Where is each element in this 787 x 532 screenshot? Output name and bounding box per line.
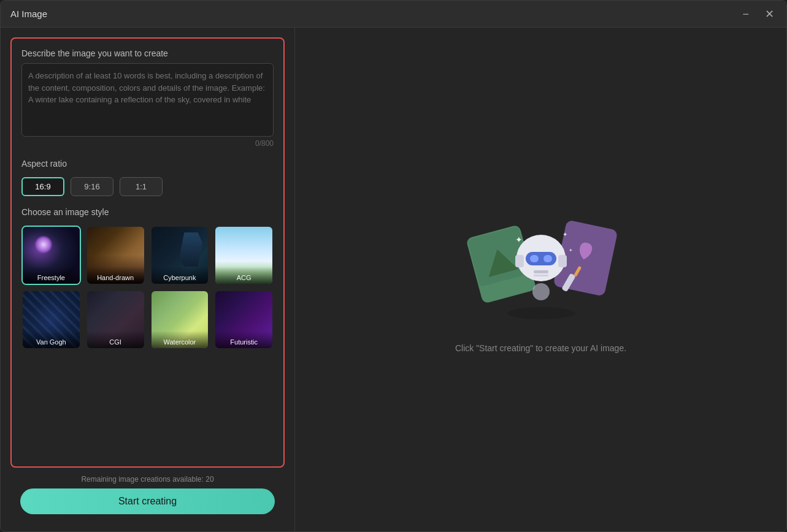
style-item-freestyle[interactable]: Freestyle	[21, 226, 81, 285]
titlebar: AI Image − ✕	[1, 1, 786, 28]
style-label: Choose an image style	[21, 207, 274, 217]
svg-point-12	[532, 283, 550, 300]
style-label-handdrawn: Hand-drawn	[87, 267, 144, 284]
window-title: AI Image	[10, 9, 47, 19]
style-label-vangogh: Van Gogh	[23, 331, 80, 348]
style-item-futuristic[interactable]: Futuristic	[214, 290, 274, 349]
aspect-btn-1-1[interactable]: 1:1	[120, 177, 163, 196]
describe-label: Describe the image you want to create	[21, 48, 274, 58]
style-grid: Freestyle Hand-drawn Cyberpunk ACG	[21, 226, 274, 349]
window: AI Image − ✕ Describe the image you want…	[0, 0, 787, 532]
aspect-section: Aspect ratio 16:9 9:16 1:1	[21, 159, 274, 196]
describe-section: Describe the image you want to create 0/…	[21, 48, 274, 148]
style-label-cgi: CGI	[87, 331, 144, 348]
svg-rect-10	[515, 255, 524, 267]
start-creating-button[interactable]: Start creating	[20, 488, 275, 514]
svg-rect-8	[534, 270, 548, 273]
svg-rect-7	[543, 255, 552, 262]
style-item-watercolor[interactable]: Watercolor	[150, 290, 210, 349]
style-item-handdrawn[interactable]: Hand-drawn	[86, 226, 145, 285]
left-panel: Describe the image you want to create 0/…	[1, 28, 295, 531]
remaining-text: Remaining image creations available: 20	[20, 475, 275, 484]
svg-text:✦: ✦	[515, 235, 523, 245]
titlebar-controls: − ✕	[740, 7, 777, 21]
robot-illustration: ✦ ✦ ✦	[461, 206, 621, 329]
aspect-label: Aspect ratio	[21, 159, 274, 169]
svg-rect-6	[530, 255, 539, 262]
style-item-acg[interactable]: ACG	[214, 226, 274, 285]
aspect-row: 16:9 9:16 1:1	[21, 177, 274, 196]
style-label-watercolor: Watercolor	[152, 331, 209, 348]
main-content: Describe the image you want to create 0/…	[1, 28, 786, 531]
style-label-futuristic: Futuristic	[215, 331, 272, 348]
char-count: 0/800	[21, 139, 274, 148]
aspect-btn-16-9[interactable]: 16:9	[21, 177, 64, 196]
style-item-cgi[interactable]: CGI	[86, 290, 145, 349]
style-label-cyberpunk: Cyberpunk	[152, 267, 209, 284]
minimize-button[interactable]: −	[740, 7, 751, 21]
right-panel: ✦ ✦ ✦ Click "Start creating" to create y…	[295, 28, 786, 531]
style-label-freestyle: Freestyle	[23, 267, 80, 284]
svg-rect-9	[534, 275, 548, 276]
style-item-vangogh[interactable]: Van Gogh	[21, 290, 81, 349]
svg-point-18	[507, 307, 575, 319]
svg-text:✦: ✦	[562, 231, 567, 238]
style-label-acg: ACG	[215, 267, 272, 284]
svg-rect-11	[558, 255, 567, 267]
close-button[interactable]: ✕	[762, 7, 777, 21]
svg-text:✦: ✦	[569, 248, 573, 253]
robot-svg: ✦ ✦ ✦	[461, 206, 621, 329]
style-section: Choose an image style Freestyle Hand-dra…	[21, 207, 274, 349]
empty-hint: Click "Start creating" to create your AI…	[455, 343, 626, 353]
style-item-cyberpunk[interactable]: Cyberpunk	[150, 226, 210, 285]
bottom-bar: Remaining image creations available: 20 …	[10, 468, 285, 522]
description-input[interactable]	[21, 63, 274, 137]
left-panel-inner: Describe the image you want to create 0/…	[10, 37, 285, 468]
aspect-btn-9-16[interactable]: 9:16	[71, 177, 113, 196]
